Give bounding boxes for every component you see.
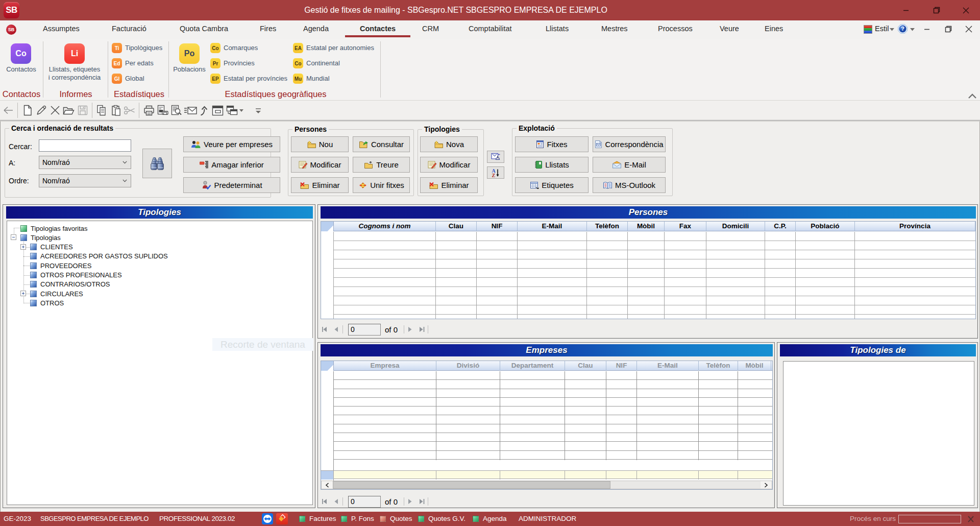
tree-item-proveedores[interactable]: PROVEEDORES: [30, 261, 91, 270]
explotacio-llistats-button[interactable]: Llistats: [515, 157, 589, 173]
ribbon-geo-0-2-label[interactable]: Estatal per províncies: [224, 75, 287, 82]
menu-item-mestres[interactable]: Mestres: [601, 20, 628, 37]
tree-item-tipologias-favoritas[interactable]: Tipologias favoritas: [20, 224, 88, 233]
toolbar-save-floppy-button[interactable]: [76, 103, 89, 118]
persones-consultar-button[interactable]: Consultar: [353, 136, 410, 152]
toolbar-cascade-windows-button[interactable]: [225, 103, 245, 118]
scroll-left-button[interactable]: [322, 481, 333, 489]
tree-expander-plus[interactable]: [20, 291, 26, 296]
persones-nou-button[interactable]: Nou: [291, 136, 349, 152]
toolbar-cut-scissors-button[interactable]: [122, 103, 136, 118]
toolbar-window-grid-button[interactable]: [211, 103, 225, 118]
menu-item-facturaci-[interactable]: Facturació: [112, 20, 146, 37]
toolbar-delete-x-button[interactable]: [48, 103, 62, 118]
explotacio-e-mail-button[interactable]: E-Mail: [593, 157, 666, 173]
menu-item-agenda[interactable]: Agenda: [303, 20, 329, 37]
toolbar-send-mail-button[interactable]: [183, 103, 197, 118]
menu-item-veure[interactable]: Veure: [720, 20, 739, 37]
ordre-dropdown[interactable]: Nom/raó: [39, 174, 131, 187]
ribbon-stat-1-icon[interactable]: Ed: [112, 58, 122, 68]
column-header-cognoms-i-nom[interactable]: Cognoms i nom: [334, 222, 436, 231]
pager-prev-button[interactable]: [333, 498, 339, 505]
column-header-nif[interactable]: NIF: [477, 222, 518, 231]
empreses-grid[interactable]: EmpresaDivisióDepartamentClauNIFE-MailTe…: [321, 361, 773, 490]
ribbon-geo-0-1-label[interactable]: Províncies: [224, 59, 255, 67]
ribbon-geo-1-1-label[interactable]: Continental: [306, 59, 340, 67]
search-binoculars-button[interactable]: [142, 149, 172, 178]
toolbar-print-preview-button[interactable]: [169, 103, 183, 118]
ribbon-llistats-icon[interactable]: Li: [64, 43, 85, 64]
tree-item-contrarios-otros[interactable]: CONTRARIOS/OTROS: [30, 280, 110, 289]
tree-item-circulares[interactable]: CIRCULARES: [30, 289, 83, 298]
amagar-inferior-button[interactable]: Amagar inferior: [183, 157, 280, 173]
tipologies-eliminar-button[interactable]: Eliminar: [420, 177, 478, 193]
ribbon-stat-0-icon[interactable]: Ti: [112, 43, 122, 53]
menu-item-crm[interactable]: CRM: [422, 20, 439, 37]
column-header-clau[interactable]: Clau: [565, 361, 606, 371]
veure-per-empreses-button[interactable]: Veure per empreses: [183, 136, 280, 152]
explotacio-ms-outlook-button[interactable]: MS-Outlook: [593, 177, 666, 193]
toolbar-paste-button[interactable]: [109, 103, 122, 118]
status-item-p-fons[interactable]: P. Fons: [351, 512, 374, 526]
column-header-poblaci-[interactable]: Població: [796, 222, 855, 231]
ribbon-contactos-icon[interactable]: Co: [11, 43, 31, 64]
menu-item-assumptes[interactable]: Assumptes: [43, 20, 80, 37]
toolbar-open-folder-button[interactable]: [62, 103, 76, 118]
persones-grid[interactable]: Cognoms i nomClauNIFE-MailTelèfonMòbilFa…: [321, 221, 976, 319]
pager-next-button[interactable]: [407, 326, 413, 332]
pager-first-button[interactable]: [322, 498, 328, 505]
process-cancel-icon[interactable]: [967, 516, 974, 522]
pager-next-button[interactable]: [407, 498, 413, 505]
status-item-factures[interactable]: Factures: [309, 512, 336, 526]
child-close-button[interactable]: [963, 24, 975, 34]
menu-item-llistats[interactable]: Llistats: [546, 20, 569, 37]
a-dropdown[interactable]: Nom/raó: [39, 156, 131, 169]
column-header-m-bil[interactable]: Mòbil: [628, 222, 665, 231]
menu-item-quota-cambra[interactable]: Quota Cambra: [180, 20, 228, 37]
predeterminat-button[interactable]: Predeterminat: [183, 177, 280, 193]
toolbar-print-setup-button[interactable]: [156, 103, 169, 118]
tree-item-acreedores-por-gastos-suplidos[interactable]: ACREEDORES POR GASTOS SUPLIDOS: [30, 252, 168, 261]
empreses-filter-row[interactable]: [321, 470, 772, 479]
ribbon-stat-2-icon[interactable]: Gl: [112, 74, 122, 84]
menu-item-comptabilitat[interactable]: Comptabilitat: [469, 20, 512, 37]
column-header-c-p-[interactable]: C.P.: [765, 222, 796, 231]
toolbar-back-arrow-button[interactable]: [1, 103, 15, 118]
toolbar-print-button[interactable]: [142, 103, 156, 118]
column-header-divisi-[interactable]: Divisió: [436, 361, 500, 371]
persones-modificar-button[interactable]: Modificar: [291, 157, 349, 173]
status-item-agenda[interactable]: Agenda: [483, 512, 507, 526]
column-header-departament[interactable]: Departament: [500, 361, 565, 371]
pager-page-input[interactable]: [348, 324, 381, 336]
menu-item-eines[interactable]: Eines: [765, 20, 783, 37]
status-item-quotes[interactable]: Quotes: [390, 512, 412, 526]
child-minimize-button[interactable]: [921, 24, 933, 34]
explotacio-etiquetes-button[interactable]: Etiquetes: [515, 177, 589, 193]
ribbon-geo-0-2-icon[interactable]: EP: [210, 74, 220, 84]
scrollbar-thumb[interactable]: [333, 481, 610, 489]
tree-item-tipologias[interactable]: Tipologias: [20, 233, 61, 242]
style-dropdown-caret-icon[interactable]: [890, 28, 894, 31]
ribbon-geo-1-2-label[interactable]: Mundial: [306, 75, 330, 82]
toolbar-copy-button[interactable]: [95, 103, 109, 118]
ribbon-geo-1-2-icon[interactable]: Mu: [293, 74, 303, 84]
column-header-tel-fon[interactable]: Telèfon: [587, 222, 628, 231]
style-selector-label[interactable]: Estil: [875, 25, 889, 33]
explotacio-correspond-ncia-button[interactable]: Correspondència: [593, 136, 666, 152]
toolbar-new-document-button[interactable]: [20, 103, 34, 118]
tree-item-otros-profesionales[interactable]: OTROS PROFESIONALES: [30, 271, 122, 280]
help-icon[interactable]: ?: [898, 24, 908, 34]
cercar-input[interactable]: [39, 139, 131, 152]
ribbon-geo-0-0-icon[interactable]: Co: [210, 43, 220, 53]
column-header-tel-fon[interactable]: Telèfon: [699, 361, 738, 371]
column-header-fax[interactable]: Fax: [665, 222, 706, 231]
toolbar-more-options-button[interactable]: [251, 103, 265, 118]
style-palette-icon[interactable]: [864, 25, 872, 34]
column-header-prov-ncia[interactable]: Província: [855, 222, 975, 231]
ribbon-geo-1-0-label[interactable]: Estatal per autonomies: [306, 44, 374, 52]
window-restore-button[interactable]: [925, 0, 948, 20]
explotacio-fitxes-button[interactable]: Fitxes: [515, 136, 589, 152]
pager-first-button[interactable]: [322, 326, 328, 332]
ribbon-llistats-label[interactable]: Llistats, etiquetesi correspondència: [44, 65, 105, 82]
status-item-quotes-g-v-[interactable]: Quotes G.V.: [428, 512, 465, 526]
